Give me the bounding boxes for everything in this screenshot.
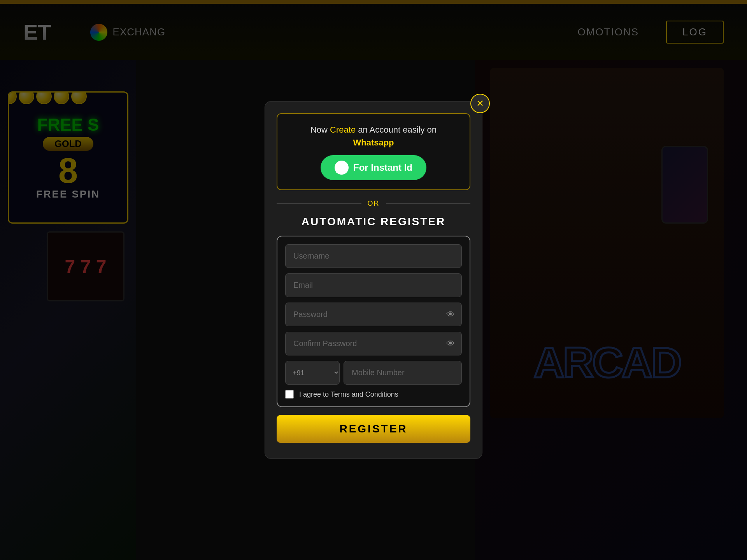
password-input[interactable]	[285, 303, 462, 326]
password-field-container: 👁	[285, 303, 462, 326]
confirm-password-input[interactable]	[285, 332, 462, 355]
platform-name: Whatsapp	[353, 138, 394, 147]
confirm-password-eye-icon[interactable]: 👁	[446, 339, 455, 349]
whatsapp-button-label: For Instant Id	[353, 162, 412, 173]
divider-line-right	[386, 203, 471, 204]
email-field-container	[285, 273, 462, 297]
username-field	[285, 244, 462, 268]
register-modal: ✕ Now Create an Account easily on Whatsa…	[265, 101, 482, 459]
confirm-password-wrapper: 👁	[285, 332, 462, 355]
registration-form: 👁 👁 +91 I agree to Terms and Conditions	[277, 236, 470, 407]
or-divider: OR	[277, 200, 470, 208]
country-code-select[interactable]: +91	[285, 361, 340, 385]
whatsapp-icon	[335, 161, 349, 175]
divider-line-left	[277, 203, 361, 204]
register-button[interactable]: REGISTER	[277, 415, 470, 443]
mobile-input[interactable]	[344, 361, 462, 385]
whatsapp-title: Now Create an Account easily on Whatsapp	[285, 123, 462, 149]
whatsapp-section: Now Create an Account easily on Whatsapp…	[277, 113, 470, 190]
password-wrapper: 👁	[285, 303, 462, 326]
or-text: OR	[368, 200, 380, 208]
confirm-password-field-container: 👁	[285, 332, 462, 355]
auto-register-title: AUTOMATIC REGISTER	[277, 215, 470, 228]
close-button[interactable]: ✕	[470, 94, 490, 113]
phone-row: +91	[285, 361, 462, 385]
terms-checkbox[interactable]	[285, 390, 294, 399]
username-input[interactable]	[285, 244, 462, 268]
phone-field-container: +91	[285, 361, 462, 385]
title-create: Create	[330, 125, 356, 135]
email-input[interactable]	[285, 273, 462, 297]
password-eye-icon[interactable]: 👁	[446, 310, 455, 320]
whatsapp-button[interactable]: For Instant Id	[321, 155, 426, 180]
title-now: Now	[310, 125, 330, 135]
title-mid: an Account easily on	[356, 125, 437, 135]
terms-label: I agree to Terms and Conditions	[299, 390, 398, 399]
terms-row: I agree to Terms and Conditions	[285, 390, 462, 399]
